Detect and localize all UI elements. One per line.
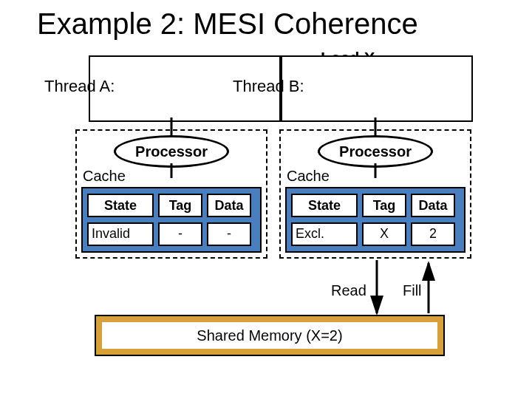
- cell-tag: -: [158, 222, 202, 246]
- col-tag: Tag: [362, 194, 406, 217]
- cache-b-panel: State Tag Data Excl. X 2: [285, 187, 466, 253]
- shared-memory-box: Shared Memory (X=2): [96, 316, 443, 355]
- col-state: State: [291, 194, 358, 217]
- table-row: Invalid - -: [87, 222, 256, 246]
- col-data: Data: [411, 194, 455, 217]
- cell-tag: X: [362, 222, 406, 246]
- col-data: Data: [207, 194, 251, 217]
- thread-b-label: Thread B:: [233, 77, 304, 96]
- thread-b-code-box: [281, 55, 473, 122]
- table-row: Excl. X 2: [291, 222, 460, 246]
- cache-a-panel: State Tag Data Invalid - -: [81, 187, 262, 253]
- col-state: State: [87, 194, 154, 217]
- page-title: Example 2: MESI Coherence: [37, 7, 418, 41]
- table-header: State Tag Data: [291, 194, 460, 217]
- cell-data: -: [207, 222, 251, 246]
- connector-line: [375, 117, 377, 135]
- cache-b-label: Cache: [287, 168, 330, 185]
- read-label: Read: [331, 282, 366, 299]
- cell-data: 2: [411, 222, 455, 246]
- cell-state: Excl.: [291, 222, 358, 246]
- cell-state: Invalid: [87, 222, 154, 246]
- connector-line: [171, 117, 173, 135]
- fill-label: Fill: [403, 282, 422, 299]
- col-tag: Tag: [158, 194, 202, 217]
- cache-a-label: Cache: [83, 168, 126, 185]
- table-header: State Tag Data: [87, 194, 256, 217]
- cpu-b-block: Processor Cache State Tag Data Excl. X 2: [279, 129, 471, 259]
- thread-a-label: Thread A:: [44, 77, 115, 96]
- connector-line: [375, 163, 377, 178]
- connector-line: [171, 163, 173, 178]
- shared-memory-label: Shared Memory (X=2): [197, 327, 342, 344]
- cpu-a-block: Processor Cache State Tag Data Invalid -…: [75, 129, 267, 259]
